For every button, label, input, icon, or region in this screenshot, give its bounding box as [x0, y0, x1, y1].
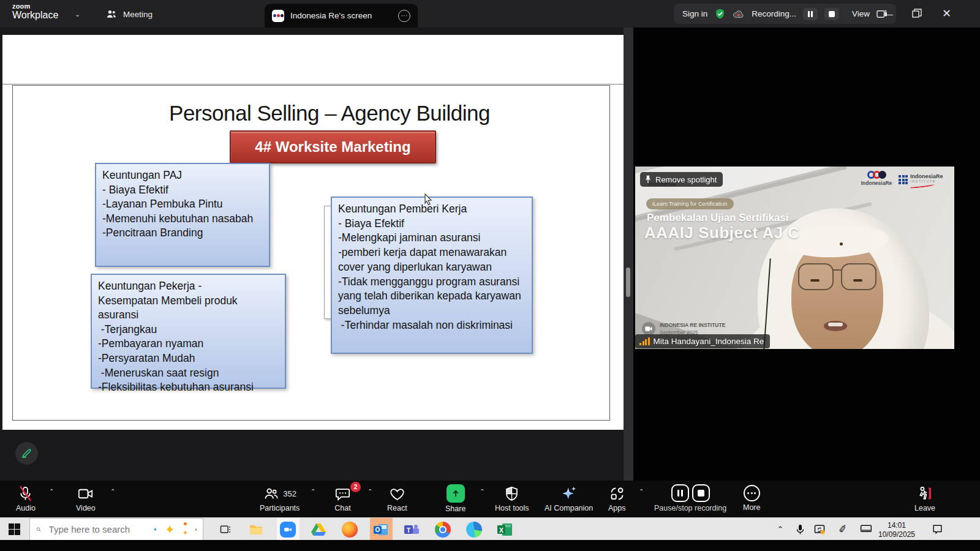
- slide-text-line: -Terjangkau: [98, 323, 279, 337]
- share-button[interactable]: Share: [445, 484, 466, 513]
- search-input[interactable]: [49, 524, 141, 534]
- chrome-icon[interactable]: [433, 520, 453, 539]
- tab-shared-screen[interactable]: Indonesia Re's screen ⋯: [265, 4, 418, 28]
- tray-pen-icon[interactable]: ✐: [833, 520, 853, 539]
- zoom-toolbar: Audio ⌃ Video ⌃ 352 Participants ⌃ Chat …: [0, 481, 980, 517]
- chat-button[interactable]: Chat: [334, 485, 351, 512]
- excel-icon[interactable]: X: [495, 520, 514, 539]
- workspace-chevron-down-icon[interactable]: ⌄: [75, 10, 83, 19]
- tab-meeting-label: Meeting: [123, 10, 153, 19]
- teeth: [828, 323, 843, 326]
- participants-icon: [263, 485, 279, 502]
- video-heading-2: AAAIJ Subject AJ C: [644, 223, 800, 242]
- share-options-chevron[interactable]: ⌃: [480, 488, 484, 495]
- slide-text-line: yang telah diberikan kepada karyawan: [338, 289, 526, 304]
- view-button[interactable]: View: [852, 9, 870, 18]
- slide-box-keuntungan-paj: Keuntungan PAJ - Biaya Efektif -Layanan …: [95, 163, 270, 267]
- outlook-icon[interactable]: O: [371, 520, 391, 539]
- microphone-muted-icon: [17, 485, 34, 502]
- remove-spotlight-button[interactable]: Remove spotlight: [640, 172, 723, 187]
- clock-date: 10/09/2025: [872, 530, 921, 539]
- org-name: INDONESIA RE INSTITUTE: [660, 322, 725, 329]
- slide-box-keuntungan-pemberi-kerja: Keuntungan Pemberi Kerja - Biaya Efektif…: [331, 197, 533, 354]
- start-button[interactable]: [9, 523, 20, 535]
- slide-banner: 4# Worksite Marketing: [230, 130, 436, 163]
- edge-icon[interactable]: [464, 520, 484, 539]
- pin-icon: [644, 175, 652, 184]
- slide-text-line: -Tidak mengganggu program asuransi: [338, 275, 526, 290]
- institute-logo-text: IndonesiaRe: [910, 174, 943, 179]
- chat-unread-badge: 2: [350, 482, 361, 492]
- slide-title: Personal Selling – Agency Building: [31, 101, 628, 126]
- slide-text-line: - Biaya Efektif: [338, 217, 526, 231]
- search-icon: [36, 524, 42, 535]
- tray-microphone-icon[interactable]: [790, 520, 810, 539]
- leave-label: Leave: [914, 504, 935, 512]
- slide-text-line: -Terhindar masalah non diskriminasi: [338, 318, 526, 333]
- panel-divider: [624, 28, 633, 481]
- participants-options-chevron[interactable]: ⌃: [311, 488, 315, 495]
- audio-options-chevron[interactable]: ⌃: [49, 488, 54, 495]
- screen-bottom-strip: [0, 540, 980, 551]
- glasses-bridge: [832, 269, 842, 271]
- taskbar-search[interactable]: ✦ ✦ ✦: [29, 518, 203, 541]
- taskbar-clock[interactable]: 14:01 10/09/2025: [872, 521, 921, 539]
- teams-icon[interactable]: T: [402, 520, 421, 539]
- ai-companion-button[interactable]: AI Companion: [545, 485, 593, 512]
- annotate-button[interactable]: [15, 442, 38, 465]
- tab-meeting[interactable]: Meeting: [105, 6, 153, 22]
- camera-circle-icon: [642, 322, 655, 335]
- pause-stop-recording-label: Pause/stop recording: [654, 504, 726, 512]
- window-close-button[interactable]: ✕: [942, 7, 951, 20]
- pause-recording-icon[interactable]: [671, 484, 689, 502]
- window-restore-button[interactable]: [912, 9, 922, 18]
- mole: [840, 242, 843, 246]
- audio-level-icon: [639, 337, 650, 345]
- participants-button[interactable]: 352 Participants: [260, 485, 300, 512]
- slide-text-line: Keuntungan PAJ: [102, 168, 263, 183]
- sign-in-button[interactable]: Sign in: [682, 9, 707, 18]
- chat-options-chevron[interactable]: ⌃: [368, 488, 372, 495]
- security-shield-icon[interactable]: [714, 8, 726, 20]
- apps-label: Apps: [608, 504, 626, 512]
- slide-text-line: -Melengkapi jaminan asuransi: [338, 231, 526, 246]
- slide-text-line: - Biaya Efektif: [102, 183, 263, 198]
- window-minimize-button[interactable]: —: [884, 9, 893, 19]
- leave-icon: [916, 485, 933, 502]
- video-options-chevron[interactable]: ⌃: [110, 488, 115, 495]
- glasses-right-lens: [841, 263, 876, 290]
- audio-button[interactable]: Audio: [16, 485, 36, 512]
- leave-button[interactable]: Leave: [914, 485, 935, 512]
- slide-text-line: asuransi: [98, 308, 279, 323]
- stop-recording-button[interactable]: [824, 8, 839, 20]
- stop-recording-icon[interactable]: [692, 484, 710, 502]
- glasses-left-lens: [798, 263, 834, 290]
- camera-icon: [77, 485, 94, 502]
- mouse-cursor: [424, 193, 434, 206]
- firefox-icon[interactable]: [340, 520, 360, 539]
- video-button[interactable]: Video: [76, 485, 96, 512]
- indonesia-re-institute-logo: IndonesiaRe INSTITUTE: [899, 174, 943, 187]
- host-tools-button[interactable]: Host tools: [495, 485, 529, 512]
- task-view-button[interactable]: [216, 520, 235, 539]
- pause-stop-recording-control[interactable]: Pause/stop recording: [654, 484, 726, 512]
- chat-label: Chat: [334, 504, 350, 512]
- apps-options-chevron[interactable]: ⌃: [639, 488, 644, 495]
- tab-options-ellipsis-icon[interactable]: ⋯: [398, 10, 410, 22]
- zoom-app-icon[interactable]: [278, 520, 298, 539]
- org-stamp: INDONESIA RE INSTITUTE September 2025: [642, 322, 725, 335]
- host-tools-label: Host tools: [495, 504, 529, 512]
- tray-chevron-up-icon[interactable]: ⌃: [771, 520, 790, 539]
- file-explorer-icon[interactable]: [246, 520, 266, 539]
- panel-resize-handle[interactable]: [626, 268, 630, 297]
- spotlight-video-tile[interactable]: Indonesia Remove spotlight IndonesiaRe I…: [635, 167, 954, 349]
- action-center-icon[interactable]: [927, 520, 947, 539]
- slide-area-top-rule: [2, 84, 624, 84]
- more-button[interactable]: More: [743, 485, 760, 512]
- react-button[interactable]: React: [387, 485, 407, 512]
- google-drive-icon[interactable]: [309, 520, 328, 539]
- slide-text-line: Keuntungan Pekerja -: [98, 279, 279, 294]
- pause-recording-button[interactable]: [803, 8, 818, 20]
- tray-screenshare-icon[interactable]: [810, 520, 829, 539]
- apps-button[interactable]: Apps: [608, 485, 626, 512]
